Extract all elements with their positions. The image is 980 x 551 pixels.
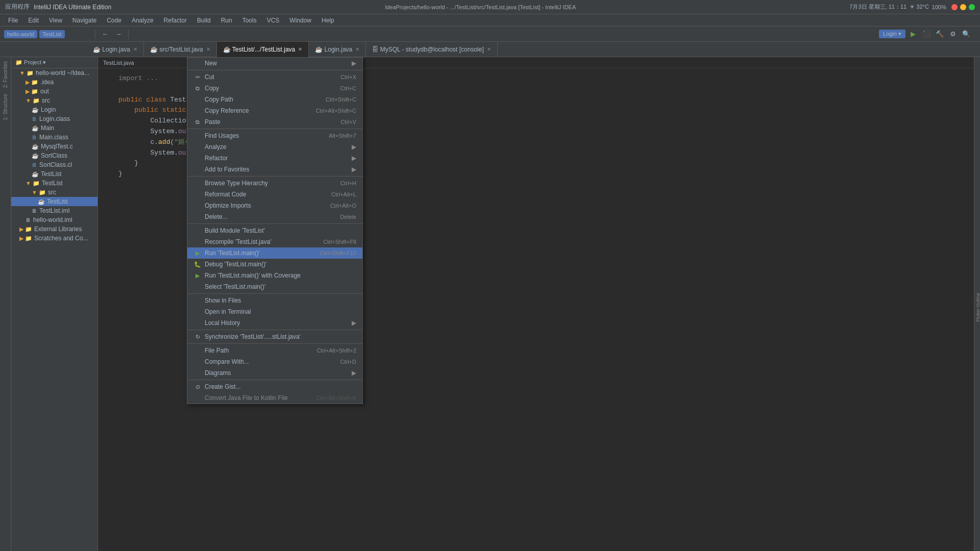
- maximize-button[interactable]: [969, 4, 975, 10]
- sidebar-item-src[interactable]: ▼ 📁 src: [11, 96, 97, 105]
- class-icon: 🗎: [32, 134, 37, 140]
- menu-help[interactable]: Help: [317, 16, 338, 25]
- sidebar-item-login-class[interactable]: 🗎 Login.class: [11, 114, 97, 123]
- ctx-find-usages[interactable]: Find Usages Alt+Shift+7: [187, 130, 362, 141]
- tab-close-login-2[interactable]: ✕: [355, 46, 359, 52]
- tab-testlist-active[interactable]: ☕ TestList/.../TestList.java ✕: [217, 42, 309, 57]
- ctx-file-path[interactable]: File Path Ctrl+Alt+Shift+2: [187, 345, 362, 356]
- menu-vcs[interactable]: VCS: [263, 16, 284, 25]
- menu-code[interactable]: Code: [103, 16, 126, 25]
- menu-navigate[interactable]: Navigate: [68, 16, 101, 25]
- sidebar-item-login[interactable]: ☕ Login: [11, 105, 97, 114]
- sidebar-item-sortclass[interactable]: ☕ SortClass: [11, 151, 97, 160]
- sidebar-item-scratches[interactable]: ▶ 📁 Scratches and Co...: [11, 234, 97, 243]
- ctx-optimize-label: Optimize Imports: [205, 202, 320, 209]
- sidebar-item-external-libs[interactable]: ▶ 📁 External Libraries: [11, 224, 97, 234]
- ctx-refactor[interactable]: Refactor ▶: [187, 153, 362, 164]
- folder-icon: ▼ 📁: [19, 70, 34, 77]
- sidebar-item-testlist-src-folder[interactable]: ▼ 📁 src: [11, 188, 97, 197]
- ctx-copy[interactable]: ⧉ Copy Ctrl+C: [187, 83, 362, 94]
- project-selector[interactable]: hello-world: [4, 30, 37, 38]
- menu-refactor[interactable]: Refactor: [160, 16, 191, 25]
- menu-file[interactable]: File: [4, 16, 22, 25]
- ctx-build-module[interactable]: Build Module 'TestList': [187, 225, 362, 236]
- sidebar-item-hello-world[interactable]: ▼ 📁 hello-world ~/Idea...: [11, 68, 97, 78]
- ctx-compare-with[interactable]: Compare With... Ctrl+D: [187, 356, 362, 367]
- ctx-convert-java-label: Convert Java File to Kotlin File: [205, 394, 306, 402]
- tab-close-mysql[interactable]: ✕: [487, 46, 491, 52]
- navigate-back-button[interactable]: ←: [100, 29, 111, 40]
- ctx-convert-java[interactable]: Convert Java File to Kotlin File Ctrl+Al…: [187, 392, 362, 404]
- ctx-cut[interactable]: ✂ Cut Ctrl+X: [187, 71, 362, 83]
- login-button[interactable]: Login ▾: [879, 30, 905, 38]
- build-button[interactable]: 🔨: [934, 29, 945, 40]
- ctx-browse-hierarchy[interactable]: Browse Type Hierarchy Ctrl+H: [187, 178, 362, 189]
- sidebar-item-testlist-folder[interactable]: ▼ 📁 TestList: [11, 179, 97, 188]
- ctx-optimize-imports[interactable]: Optimize Imports Ctrl+Alt+O: [187, 200, 362, 211]
- ctx-debug[interactable]: 🐛 Debug 'TestList.main()': [187, 259, 362, 270]
- ctx-diagrams[interactable]: Diagrams ▶: [187, 367, 362, 379]
- sidebar-item-idea[interactable]: ▶ 📁 .idea: [11, 78, 97, 87]
- menu-build[interactable]: Build: [193, 16, 215, 25]
- left-tab-structure[interactable]: 1: Structure: [2, 92, 9, 122]
- app-name: 应用程序: [5, 3, 30, 11]
- menu-tools[interactable]: Tools: [238, 16, 261, 25]
- ctx-run-coverage[interactable]: ▶ Run 'TestList.main()' with Coverage: [187, 270, 362, 281]
- close-button[interactable]: [951, 4, 958, 10]
- ctx-favorites-arrow: ▶: [352, 166, 356, 173]
- sidebar-item-label: Login.class: [39, 115, 70, 122]
- menu-window[interactable]: Window: [285, 16, 315, 25]
- ctx-run[interactable]: ▶ Run 'TestList.main()' Ctrl+Shift+F10: [187, 247, 362, 259]
- tab-mysql-console[interactable]: 🗄 MySQL - studydb@localhost [console] ✕: [366, 42, 498, 57]
- ctx-open-terminal-label: Open in Terminal: [205, 308, 356, 315]
- left-tab-favorites[interactable]: 2: Favorites: [2, 59, 9, 90]
- tab-close-testlist-active[interactable]: ✕: [298, 46, 302, 52]
- run-config-selector[interactable]: TestList: [39, 30, 64, 38]
- ctx-select[interactable]: Select 'TestList.main()': [187, 281, 362, 292]
- ctx-analyze[interactable]: Analyze ▶: [187, 141, 362, 153]
- sidebar-item-testlist-src[interactable]: ☕ TestList: [11, 169, 97, 179]
- sidebar-item-testlist-iml[interactable]: 🗎 TestList.iml: [11, 206, 97, 215]
- menu-view[interactable]: View: [45, 16, 66, 25]
- ctx-build-module-label: Build Module 'TestList': [205, 227, 356, 234]
- ctx-add-to-favorites[interactable]: Add to Favorites ▶: [187, 164, 362, 175]
- ctx-new[interactable]: New ▶: [187, 58, 362, 69]
- sidebar-item-main-class[interactable]: 🗎 Main.class: [11, 133, 97, 142]
- tab-login-java[interactable]: ☕ Login.java ✕: [87, 42, 144, 57]
- tab-login-java-2[interactable]: ☕ Login.java ✕: [309, 42, 366, 57]
- menu-edit[interactable]: Edit: [24, 16, 43, 25]
- right-tab-flutter[interactable]: Flutter Outline: [974, 291, 980, 324]
- settings-button[interactable]: ⚙: [947, 29, 959, 40]
- ctx-copy-reference[interactable]: Copy Reference Ctrl+Alt+Shift+C: [187, 105, 362, 116]
- ctx-delete[interactable]: Delete... Delete: [187, 211, 362, 222]
- ctx-open-terminal[interactable]: Open in Terminal: [187, 306, 362, 317]
- tab-close-login[interactable]: ✕: [133, 46, 137, 52]
- sidebar-item-testlist-java[interactable]: ☕ TestList: [11, 197, 97, 206]
- ctx-recompile[interactable]: Recompile 'TestList.java' Ctrl+Shift+F9: [187, 236, 362, 247]
- window-controls[interactable]: [951, 4, 975, 10]
- navigate-forward-button[interactable]: →: [113, 29, 124, 40]
- sidebar-item-mysqltest[interactable]: ☕ MysqlTest.c: [11, 142, 97, 151]
- tab-src-testlist[interactable]: ☕ src/TestList.java ✕: [144, 42, 217, 57]
- stop-button[interactable]: ⬛: [921, 29, 932, 40]
- ctx-local-history[interactable]: Local History ▶: [187, 317, 362, 329]
- ctx-reformat[interactable]: Reformat Code Ctrl+Alt+L: [187, 189, 362, 200]
- ctx-copy-path[interactable]: Copy Path Ctrl+Shift+C: [187, 94, 362, 105]
- menu-analyze[interactable]: Analyze: [128, 16, 158, 25]
- sidebar-item-main[interactable]: ☕ Main: [11, 123, 97, 133]
- sidebar-item-label: out: [40, 88, 49, 95]
- sidebar-item-sortclass-cl[interactable]: 🗎 SortClass.cl: [11, 160, 97, 169]
- ctx-show-in-files[interactable]: Show in Files: [187, 295, 362, 306]
- toolbar-separator-2: [128, 30, 129, 39]
- run-button[interactable]: ▶: [908, 29, 919, 40]
- minimize-button[interactable]: [960, 4, 966, 10]
- menu-run[interactable]: Run: [217, 16, 236, 25]
- ctx-synchronize[interactable]: ↻ Synchronize 'TestList/.....stList.java…: [187, 331, 362, 342]
- ctx-create-gist[interactable]: ⊙ Create Gist...: [187, 381, 362, 392]
- ctx-paste[interactable]: ⧉ Paste Ctrl+V: [187, 116, 362, 128]
- search-button[interactable]: 🔍: [961, 29, 972, 40]
- file-icon: 🗎: [26, 217, 31, 223]
- sidebar-item-hello-world-iml[interactable]: 🗎 hello-world.iml: [11, 215, 97, 224]
- tab-close-src-testlist[interactable]: ✕: [206, 46, 210, 52]
- sidebar-item-out[interactable]: ▶ 📁 out: [11, 87, 97, 96]
